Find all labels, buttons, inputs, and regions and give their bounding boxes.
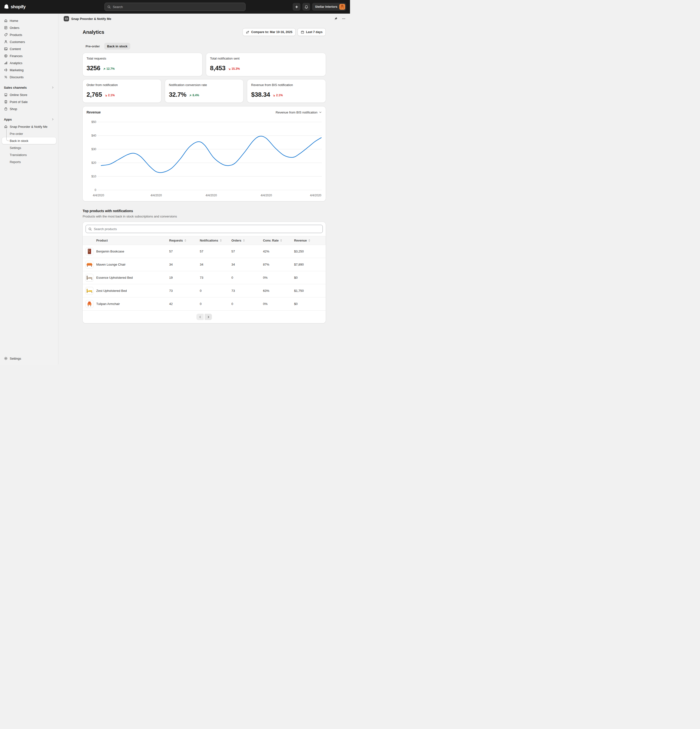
more-horizontal-icon [342, 17, 346, 21]
metric-label: Total requests [87, 57, 198, 60]
top-products-table: ProductRequestsNotificationsOrdersConv. … [83, 236, 326, 311]
metric-delta: 2.1% [273, 94, 283, 97]
sidebar-item-products[interactable]: Products [2, 31, 56, 38]
sidebar-item-finances[interactable]: Finances [2, 52, 56, 59]
apps-header[interactable]: Apps [2, 116, 56, 122]
sidebar-subitem-label: Pre-order [10, 132, 23, 136]
chart-title: Revenue [87, 110, 101, 114]
revenue-chart-svg: 0$10$20$30$40$504/4/20204/4/20204/4/2020… [87, 117, 322, 197]
column-header-revenue[interactable]: Revenue [294, 236, 326, 245]
sidebar-item-label: Finances [10, 54, 23, 58]
shopify-logo[interactable]: shopify [4, 4, 26, 10]
column-label: Conv. Rate [263, 239, 279, 242]
column-header-orders[interactable]: Orders [231, 236, 263, 245]
global-search-input[interactable]: Search [105, 3, 245, 11]
sidebar-item-marketing[interactable]: Marketing [2, 67, 56, 73]
product-search-input[interactable] [94, 227, 320, 231]
sidebar-item-content[interactable]: Content [2, 45, 56, 52]
column-header-conv-rate[interactable]: Conv. Rate [263, 236, 294, 245]
metric-delta-value: 2.1% [276, 94, 283, 97]
sidebar-item-home[interactable]: Home [2, 17, 56, 24]
trend-up-icon [189, 94, 192, 97]
cell-requests: 34 [169, 258, 200, 271]
compare-label: Compare to: Mar 10-16, 2025 [251, 30, 292, 34]
sidebar-footer-settings[interactable]: Settings [2, 355, 56, 362]
sidebar-app-snap-preorder-notify-me[interactable]: Snap Preorder & Notify Me [2, 123, 56, 130]
sidebar-subitem-label: Back in stock [10, 139, 28, 143]
sidebar-subitem-back-in-stock[interactable]: Back in stock [2, 137, 56, 144]
y-axis-label: 0 [94, 188, 96, 192]
sidebar-item-label: Home [10, 19, 18, 23]
table-row-zest-upholstered-bed[interactable]: Zest Upholstered Bed7307363%$1,750 [83, 284, 326, 298]
notifications-button[interactable] [302, 3, 310, 11]
sort-icon [219, 239, 222, 242]
compare-button[interactable]: Compare to: Mar 10-16, 2025 [243, 28, 296, 36]
cell-revenue: $3,250 [294, 245, 326, 258]
date-range-label: Last 7 days [306, 30, 322, 34]
sidebar-subitem-reports[interactable]: Reports [2, 158, 56, 165]
sidebar-subitem-translations[interactable]: Translations [2, 151, 56, 158]
metric-delta: 15.3% [228, 67, 240, 70]
metric-delta: 2.1% [105, 94, 115, 97]
x-axis-label: 4/4/2020 [150, 194, 162, 197]
table-row-maven-lounge-chair[interactable]: Maven Lounge Chair34343487%$7,890 [83, 258, 326, 271]
table-row-tulipan-armchair[interactable]: Tulipan Armchair42000%$0 [83, 298, 326, 311]
tab-back-in-stock[interactable]: Back in stock [104, 43, 131, 49]
table-row-benjamin-bookcase[interactable]: Benjamin Bookcase57575742%$3,250 [83, 245, 326, 258]
sidebar-item-customers[interactable]: Customers [2, 38, 56, 45]
store-avatar [339, 4, 345, 10]
chevron-right-icon [51, 118, 54, 121]
more-actions-button[interactable] [342, 17, 346, 21]
next-page-button[interactable] [205, 314, 212, 320]
cell-notifications: 73 [200, 271, 231, 284]
app-title: Snap Preorder & Notify Me [71, 17, 111, 21]
product-name: Zest Upholstered Bed [96, 289, 127, 293]
prev-page-button[interactable] [196, 314, 204, 320]
tab-pre-order[interactable]: Pre-order [83, 43, 103, 49]
sidebar-item-label: Analytics [10, 61, 22, 65]
cell-conv-rate: 87% [263, 258, 294, 271]
sidebar-item-online-store[interactable]: Online Store [2, 91, 56, 98]
product-thumbnail [86, 248, 93, 256]
sidebar-item-analytics[interactable]: Analytics [2, 60, 56, 66]
sidebar-item-label: Marketing [10, 68, 23, 72]
sidebar-item-orders[interactable]: Orders [2, 24, 56, 31]
metric-card-order-from-notification: Order from notification2,7652.1% [83, 80, 161, 103]
sort-icon [184, 239, 187, 242]
sidebar-subitem-pre-order[interactable]: Pre-order [2, 130, 56, 137]
sidebar-item-point-of-sale[interactable]: Point of Sale [2, 99, 56, 105]
sidekick-button[interactable] [293, 3, 301, 11]
sidebar-item-label: Discounts [10, 76, 23, 79]
metric-value: 3256 [87, 64, 100, 72]
finances-icon [4, 54, 8, 58]
sidebar-subitem-label: Settings [10, 146, 21, 150]
trend-down-icon [273, 94, 275, 97]
metric-value: 2,765 [87, 91, 102, 99]
pin-button[interactable] [334, 17, 338, 21]
cell-requests: 73 [169, 284, 200, 298]
column-header-requests[interactable]: Requests [169, 236, 200, 245]
product-name: Benjamin Bookcase [96, 250, 124, 253]
cell-notifications: 57 [200, 245, 231, 258]
column-header-notifications[interactable]: Notifications [200, 236, 231, 245]
cell-notifications: 0 [200, 298, 231, 311]
customers-icon [4, 40, 8, 44]
cell-orders: 0 [231, 271, 263, 284]
calendar-icon [301, 30, 304, 34]
sales-channels-header[interactable]: Sales channels [2, 84, 56, 91]
cell-requests: 57 [169, 245, 200, 258]
sidebar-subitem-settings[interactable]: Settings [2, 144, 56, 151]
metrics-row-1: Total requests325612.7%Total notificatio… [83, 53, 326, 76]
product-thumbnail [86, 300, 93, 308]
table-row-essence-upholstered-bed[interactable]: Essence Upholstered Bed197300%$0 [83, 271, 326, 284]
cell-revenue: $0 [294, 298, 326, 311]
date-range-button[interactable]: Last 7 days [298, 28, 326, 36]
sidebar-item-shop[interactable]: Shop [2, 106, 56, 112]
sidebar-item-discounts[interactable]: Discounts [2, 74, 56, 80]
search-icon [88, 227, 92, 231]
gear-icon [4, 356, 8, 360]
x-axis-label: 4/4/2020 [206, 194, 217, 197]
topbar: shopify Search Stellar Interiors [0, 0, 350, 14]
chart-metric-selector[interactable]: Revenue from BIS notification [276, 110, 322, 114]
store-menu-button[interactable]: Stellar Interiors [312, 3, 346, 11]
